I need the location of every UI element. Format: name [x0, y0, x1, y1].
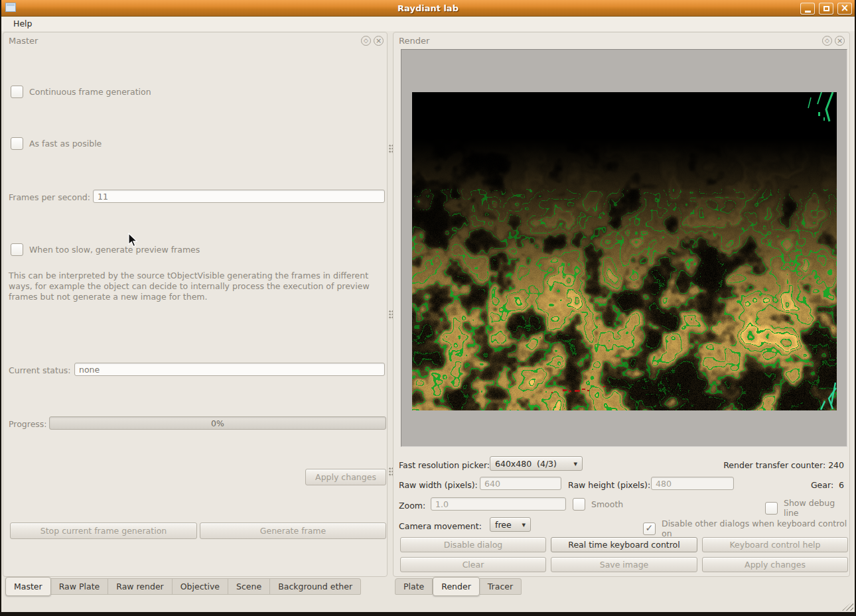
render-viewport[interactable] [401, 49, 847, 447]
as-fast-checkbox[interactable] [11, 137, 23, 150]
close-button[interactable] [837, 3, 852, 15]
master-panel: Master Continuous frame generation As fa… [3, 32, 388, 577]
maximize-icon [823, 6, 829, 11]
stop-frame-generation-button[interactable]: Stop current frame generation [10, 523, 197, 539]
tab-raw-render[interactable]: Raw render [108, 578, 173, 595]
zoom-input[interactable] [431, 497, 566, 511]
render-panel: Render Fast resolution picker: 640x480 (… [393, 32, 850, 577]
save-image-button[interactable]: Save image [551, 557, 697, 572]
gear-value: 6 [839, 480, 844, 490]
render-apply-changes-button[interactable]: Apply changes [702, 557, 848, 572]
generate-frame-button[interactable]: Generate frame [200, 523, 386, 539]
resolution-picker-value: 640x480 (4/3) [495, 459, 557, 469]
show-debug-line-label: Show debug line [784, 498, 849, 518]
disable-other-dialogs-checkbox[interactable] [643, 523, 656, 535]
app-window: Raydiant lab Help Master Continuous fram… [0, 0, 856, 616]
raw-height-label: Raw height (pixels): [568, 480, 650, 490]
tab-raw-plate[interactable]: Raw Plate [51, 578, 109, 595]
as-fast-label: As fast as posible [29, 139, 102, 149]
gear-label: Gear: [811, 480, 833, 490]
close-panel-icon[interactable] [374, 36, 384, 46]
window-border [0, 0, 1, 616]
progress-bar: 0% [49, 416, 386, 430]
resolution-picker-select[interactable]: 640x480 (4/3) [490, 456, 583, 471]
preview-frames-label: When too slow, generate preview frames [29, 245, 200, 255]
tab-render[interactable]: Render [433, 577, 480, 596]
window-border [0, 612, 856, 616]
current-status-label: Current status: [9, 365, 71, 375]
detach-panel-icon[interactable] [822, 36, 832, 46]
preview-note: This can be interpreted by the source tO… [9, 271, 387, 302]
camera-movement-select[interactable]: free [490, 517, 531, 532]
minimize-button[interactable] [800, 3, 815, 15]
tab-scene[interactable]: Scene [228, 578, 270, 595]
continuous-frame-label: Continuous frame generation [29, 87, 151, 97]
progress-text: 0% [211, 418, 224, 428]
smooth-label: Smooth [591, 499, 623, 509]
chevron-down-icon [573, 460, 577, 468]
tab-objective[interactable]: Objective [173, 578, 228, 595]
render-canvas[interactable] [412, 92, 837, 410]
smooth-checkbox[interactable] [573, 498, 585, 511]
transfer-counter-value: 240 [828, 460, 844, 470]
detach-panel-icon[interactable] [361, 36, 371, 46]
camera-movement-value: free [495, 520, 512, 530]
preview-frames-checkbox[interactable] [11, 243, 23, 256]
current-status-input[interactable] [74, 363, 385, 376]
gear-indicator: Gear: 6 [811, 480, 844, 490]
close-icon [841, 3, 849, 13]
tab-tracer[interactable]: Tracer [480, 578, 522, 595]
resolution-picker-label: Fast resolution picker: [399, 460, 490, 470]
fps-label: Frames per second: [9, 192, 90, 202]
fps-input[interactable] [93, 190, 385, 203]
tab-plate[interactable]: Plate [395, 578, 433, 595]
render-tab-strip: Plate Render Tracer [395, 578, 522, 596]
keyboard-control-help-button[interactable]: Keyboard control help [702, 537, 848, 552]
camera-movement-label: Camera movement: [399, 521, 482, 531]
transfer-counter-label: Render transfer counter: [723, 460, 825, 470]
raw-width-label: Raw width (pixels): [399, 480, 478, 490]
master-apply-changes-button[interactable]: Apply changes [305, 469, 386, 485]
clear-button[interactable]: Clear [400, 557, 546, 572]
raw-width-input[interactable] [480, 477, 561, 490]
window-menu-icon[interactable] [5, 3, 16, 12]
realtime-keyboard-control-button[interactable]: Real time keyboard control [551, 537, 697, 552]
tab-master[interactable]: Master [5, 577, 51, 596]
window-title: Raydiant lab [0, 3, 856, 13]
transfer-counter: Render transfer counter: 240 [723, 460, 844, 470]
window-controls [800, 3, 852, 15]
raw-height-input[interactable] [651, 477, 734, 490]
maximize-button[interactable] [819, 3, 833, 15]
render-panel-title: Render [399, 36, 429, 46]
continuous-frame-checkbox[interactable] [11, 86, 23, 98]
menu-bar: Help [1, 16, 855, 31]
minimize-icon [805, 11, 811, 13]
chevron-down-icon [522, 521, 526, 529]
disable-dialog-button[interactable]: Disable dialog [400, 537, 546, 552]
resize-grip[interactable] [842, 601, 853, 611]
master-tab-strip: Master Raw Plate Raw render Objective Sc… [5, 578, 361, 596]
zoom-label: Zoom: [399, 501, 425, 511]
disable-other-dialogs-label: Disable other dialogs when keyboard cont… [662, 519, 849, 538]
tab-background-ether[interactable]: Background ether [270, 578, 361, 595]
show-debug-line-checkbox[interactable] [765, 502, 778, 515]
close-panel-icon[interactable] [835, 36, 845, 46]
title-bar[interactable]: Raydiant lab [0, 0, 856, 17]
menu-help[interactable]: Help [8, 17, 38, 30]
progress-label: Progress: [9, 419, 47, 429]
master-panel-title: Master [9, 36, 38, 46]
